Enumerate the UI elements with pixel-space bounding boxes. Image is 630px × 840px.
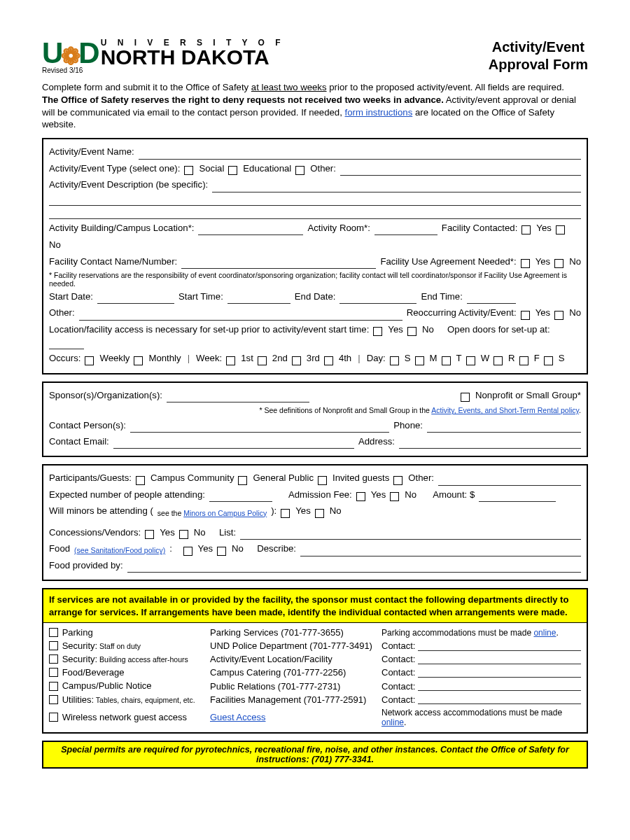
opt-day: M bbox=[430, 351, 438, 365]
checkbox-minors-yes[interactable] bbox=[281, 509, 290, 518]
field-description-line3[interactable] bbox=[49, 208, 581, 219]
food-policy-link[interactable]: (see Sanitation/Food policy) bbox=[74, 545, 165, 556]
checkbox-food-no[interactable] bbox=[217, 547, 226, 556]
checkbox-agreement-yes[interactable] bbox=[521, 259, 530, 268]
checkbox-educational[interactable] bbox=[228, 166, 237, 175]
checkbox-reoccurring-yes[interactable] bbox=[521, 311, 530, 320]
online-link[interactable]: online bbox=[382, 718, 404, 727]
field-service-contact[interactable] bbox=[418, 654, 581, 664]
field-service-contact[interactable] bbox=[418, 641, 581, 651]
service-dept: Activity/Event Location/Facility bbox=[210, 654, 374, 664]
field-description-line2[interactable] bbox=[49, 195, 581, 206]
checkbox-reoccurring-no[interactable] bbox=[554, 311, 564, 320]
checkbox-service[interactable] bbox=[49, 641, 58, 650]
field-other[interactable] bbox=[79, 311, 402, 321]
checkbox-day-s[interactable] bbox=[390, 356, 399, 365]
field-amount[interactable] bbox=[479, 492, 556, 502]
field-food-provided[interactable] bbox=[127, 563, 581, 573]
checkbox-nonprofit[interactable] bbox=[461, 393, 470, 402]
checkbox-general-public[interactable] bbox=[238, 476, 247, 485]
checkbox-service[interactable] bbox=[49, 668, 58, 677]
service-contact: Network access accommodations must be ma… bbox=[382, 708, 581, 727]
checkbox-service[interactable] bbox=[49, 628, 58, 637]
checkbox-day-s2[interactable] bbox=[544, 356, 553, 365]
field-email[interactable] bbox=[113, 439, 354, 449]
form-title: Activity/Event Approval Form bbox=[489, 38, 588, 74]
field-type-other[interactable] bbox=[340, 166, 581, 176]
service-name: Security: bbox=[62, 654, 98, 664]
checkbox-vendors-yes[interactable] bbox=[145, 530, 154, 539]
checkbox-day-r[interactable] bbox=[493, 356, 503, 365]
field-building[interactable] bbox=[198, 225, 303, 235]
field-service-contact[interactable] bbox=[418, 681, 581, 691]
checkbox-vendors-no[interactable] bbox=[179, 530, 188, 539]
label-expected: Expected number of people attending: bbox=[49, 488, 205, 502]
field-open-doors[interactable] bbox=[49, 340, 84, 349]
label-activity-type: Activity/Event Type (select one): bbox=[49, 162, 180, 176]
field-end-date[interactable] bbox=[340, 294, 416, 304]
checkbox-campus-community[interactable] bbox=[136, 476, 145, 485]
checkbox-facility-contacted-yes[interactable] bbox=[522, 225, 531, 234]
field-sponsor[interactable] bbox=[167, 393, 309, 402]
rental-policy-link[interactable]: Activity, Events, and Short-Term Rental … bbox=[431, 406, 579, 414]
label-start-time: Start Time: bbox=[178, 290, 223, 304]
service-name: Campus/Public Notice bbox=[62, 680, 152, 691]
label-participants: Participants/Guests: bbox=[49, 471, 132, 485]
field-food-describe[interactable] bbox=[300, 547, 581, 556]
checkbox-other[interactable] bbox=[295, 166, 304, 175]
checkbox-day-t[interactable] bbox=[442, 356, 451, 365]
checkbox-service[interactable] bbox=[49, 682, 58, 691]
field-start-date[interactable] bbox=[97, 294, 174, 304]
checkbox-participants-other[interactable] bbox=[393, 476, 402, 485]
checkbox-service[interactable] bbox=[49, 713, 58, 722]
checkbox-weekly[interactable] bbox=[85, 356, 94, 365]
checkbox-service[interactable] bbox=[49, 695, 58, 704]
section-sponsor: Sponsor(s)/Organization(s): Nonprofit or… bbox=[42, 382, 588, 458]
checkbox-minors-no[interactable] bbox=[315, 509, 324, 518]
field-phone[interactable] bbox=[427, 423, 581, 433]
minors-policy-link[interactable]: Minors on Campus Policy bbox=[183, 509, 267, 517]
checkbox-day-f[interactable] bbox=[519, 356, 528, 365]
service-contact: Contact: bbox=[382, 681, 581, 692]
field-expected[interactable] bbox=[209, 492, 272, 502]
checkbox-admission-no[interactable] bbox=[390, 492, 399, 501]
service-sub: Staff on duty bbox=[97, 642, 141, 650]
field-activity-name[interactable] bbox=[139, 150, 581, 160]
field-description[interactable] bbox=[212, 183, 581, 192]
online-link[interactable]: online bbox=[533, 628, 556, 638]
checkbox-access-yes[interactable] bbox=[373, 327, 382, 336]
field-address[interactable] bbox=[399, 439, 581, 449]
guest-access-link[interactable]: Guest Access bbox=[210, 712, 265, 722]
opt-no: No bbox=[422, 323, 434, 337]
checkbox-day-w[interactable] bbox=[466, 356, 475, 365]
field-facility-contact-name[interactable] bbox=[181, 259, 376, 269]
field-contact-person[interactable] bbox=[130, 423, 389, 433]
label-access: Location/facility access is necessary fo… bbox=[49, 323, 369, 337]
field-service-contact[interactable] bbox=[418, 668, 581, 678]
checkbox-monthly[interactable] bbox=[134, 356, 143, 365]
checkbox-week3[interactable] bbox=[292, 356, 301, 365]
checkbox-admission-yes[interactable] bbox=[356, 492, 365, 501]
field-start-time[interactable] bbox=[227, 294, 290, 304]
label-food-provided: Food provided by: bbox=[49, 559, 123, 573]
opt-yes: Yes bbox=[371, 488, 386, 502]
checkbox-access-no[interactable] bbox=[407, 327, 416, 336]
checkbox-agreement-no[interactable] bbox=[554, 259, 564, 268]
checkbox-day-m[interactable] bbox=[415, 356, 424, 365]
checkbox-week4[interactable] bbox=[324, 356, 333, 365]
field-end-time[interactable] bbox=[467, 294, 516, 304]
label-day: Day: bbox=[367, 351, 386, 365]
field-service-contact[interactable] bbox=[418, 694, 581, 704]
checkbox-service[interactable] bbox=[49, 654, 58, 664]
checkbox-facility-contacted-no[interactable] bbox=[556, 225, 565, 234]
opt-monthly: Monthly bbox=[148, 351, 181, 365]
form-instructions-link[interactable]: form instructions bbox=[345, 107, 413, 118]
field-vendors-list[interactable] bbox=[240, 530, 581, 540]
checkbox-social[interactable] bbox=[184, 166, 193, 175]
checkbox-week2[interactable] bbox=[258, 356, 267, 365]
field-participants-other[interactable] bbox=[438, 476, 581, 486]
checkbox-week1[interactable] bbox=[226, 356, 235, 365]
checkbox-food-yes[interactable] bbox=[183, 547, 192, 556]
field-room[interactable] bbox=[374, 225, 438, 235]
checkbox-invited-guests[interactable] bbox=[318, 476, 327, 485]
